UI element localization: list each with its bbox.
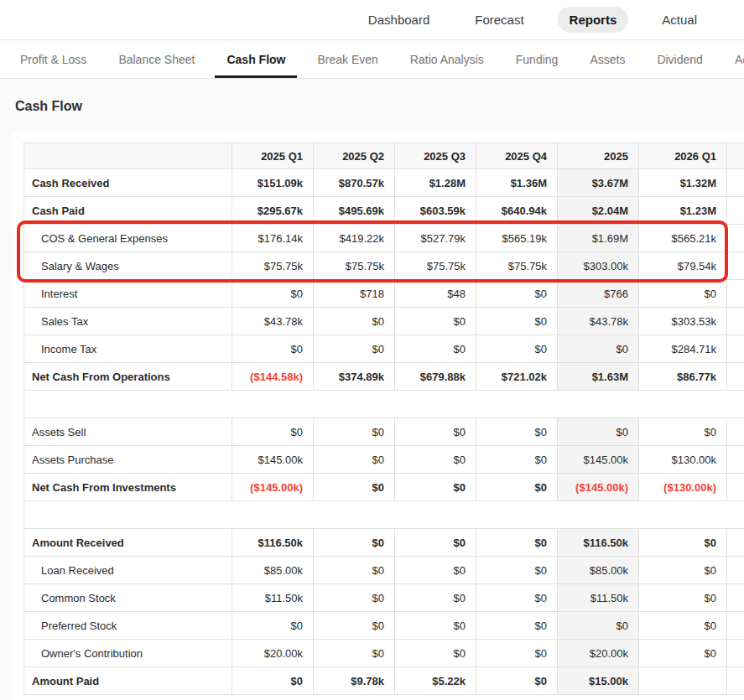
cashflow-table: 2025 Q12025 Q22025 Q32025 Q420252026 Q1 …: [23, 143, 744, 695]
cell-value: $0: [395, 418, 476, 446]
cell-value: $116.50k: [232, 529, 314, 557]
nav-item-dashboard[interactable]: Dashboard: [356, 7, 441, 33]
cell-value: $176.14k: [232, 225, 314, 252]
cell-value: $20.00k: [232, 640, 314, 667]
cell-empty: [727, 335, 744, 363]
cell-value: $0: [395, 640, 476, 667]
cell-value: $0: [314, 529, 395, 557]
table-row-cash-paid: Cash Paid$295.67k$495.69k$603.59k$640.94…: [24, 197, 744, 225]
cell-value: $870.57k: [314, 169, 395, 197]
cell-empty: [727, 557, 744, 584]
cell-value: $0: [314, 335, 395, 363]
tab-balance-sheet[interactable]: Balance Sheet: [118, 40, 195, 78]
column-header-2025-q2: 2025 Q2: [314, 143, 395, 169]
cell-value: $679.88k: [395, 363, 476, 391]
cell-value: $5.22k: [395, 667, 476, 695]
cell-value: $0: [476, 308, 558, 335]
cell-value: $0: [476, 584, 558, 612]
cell-value: $0: [558, 335, 639, 363]
cell-value: $0: [395, 557, 476, 584]
column-header-2025-q3: 2025 Q3: [395, 143, 476, 169]
cell-value: $0: [476, 640, 558, 667]
cell-empty: [727, 584, 744, 612]
cell-empty: [727, 308, 744, 335]
cell-value: ($144.58k): [232, 363, 314, 391]
cell-value: $640.94k: [476, 197, 558, 225]
row-label: Assets Sell: [24, 418, 232, 446]
nav-item-reports[interactable]: Reports: [558, 7, 629, 33]
cell-value: ($145.00k): [558, 474, 639, 501]
column-header-2025-q4: 2025 Q4: [476, 143, 558, 169]
tab-ratio-analysis[interactable]: Ratio Analysis: [410, 40, 484, 78]
cell-empty: [727, 667, 744, 695]
row-label: Cash Received: [24, 169, 232, 197]
table-row-net-cash-from-investments: Net Cash From Investments($145.00k)$0$0$…: [24, 474, 744, 501]
page-title: Cash Flow: [15, 99, 744, 114]
tab-profit-loss[interactable]: Profit & Loss: [20, 40, 86, 78]
tab-assets[interactable]: Assets: [590, 40, 625, 78]
cell-value: $565.21k: [639, 225, 727, 252]
column-header-empty: [727, 143, 744, 169]
cell-value: $0: [395, 612, 476, 640]
cell-empty: [727, 529, 744, 557]
table-row-loan-received: Loan Received$85.00k$0$0$0$85.00k$0: [24, 557, 744, 584]
tab-dividend[interactable]: Dividend: [657, 40, 702, 78]
tab-funding[interactable]: Funding: [516, 40, 559, 78]
cell-value: $2.04M: [558, 197, 639, 225]
cell-empty: [727, 363, 744, 391]
page-content: Cash Flow 2025 Q12025 Q22025 Q32025 Q420…: [0, 79, 744, 700]
cell-empty: [727, 197, 744, 225]
table-row-assets-purchase: Assets Purchase$145.00k$0$0$0$145.00k$13…: [24, 446, 744, 474]
row-label: Income Tax: [24, 335, 232, 363]
cell-value: $75.75k: [314, 252, 395, 280]
cell-value: $0: [395, 474, 476, 501]
cell-value: $0: [476, 529, 558, 557]
cell-value: $145.00k: [232, 446, 314, 474]
cell-value: $43.78k: [232, 308, 314, 335]
cell-value: $303.53k: [639, 308, 727, 335]
cell-value: $0: [395, 335, 476, 363]
cell-value: $20.00k: [558, 640, 639, 667]
cell-value: $43.78k: [558, 308, 639, 335]
cell-value: $151.09k: [232, 169, 314, 197]
cell-value: $11.50k: [232, 584, 314, 612]
header-row: 2025 Q12025 Q22025 Q32025 Q420252026 Q1: [24, 143, 744, 169]
row-label: Interest: [24, 280, 232, 308]
cell-value: $303.00k: [558, 252, 639, 280]
column-header-empty: [24, 143, 232, 169]
tab-ac[interactable]: Ac: [735, 40, 744, 78]
spacer-row: [24, 391, 744, 418]
tab-break-even[interactable]: Break Even: [317, 40, 377, 78]
table-row-assets-sell: Assets Sell$0$0$0$0$0$0: [24, 418, 744, 446]
table-row-salary-wages: Salary & Wages$75.75k$75.75k$75.75k$75.7…: [24, 252, 744, 280]
nav-item-actual[interactable]: Actual: [650, 7, 709, 33]
nav-item-forecast[interactable]: Forecast: [463, 7, 535, 33]
cell-value: $1.23M: [639, 197, 727, 225]
tab-cash-flow[interactable]: Cash Flow: [226, 40, 285, 78]
cell-value: $79.54k: [639, 252, 727, 280]
row-label: Amount Paid: [24, 667, 232, 695]
spacer-cell: [24, 501, 744, 529]
cell-empty: [727, 169, 744, 197]
cell-value: $0: [476, 557, 558, 584]
table-row-preferred-stock: Preferred Stock$0$0$0$0$0$0: [24, 612, 744, 640]
table-row-cash-received: Cash Received$151.09k$870.57k$1.28M$1.36…: [24, 169, 744, 197]
cell-value: $0: [314, 418, 395, 446]
column-header-2025: 2025: [558, 143, 639, 169]
cell-value: $0: [476, 474, 558, 501]
cell-value: ($145.00k): [232, 474, 314, 501]
cell-value: $0: [232, 418, 314, 446]
cell-value: [639, 667, 727, 695]
cell-empty: [727, 474, 744, 501]
row-label: Sales Tax: [24, 308, 232, 335]
row-label: Cash Paid: [24, 197, 232, 225]
spacer-cell: [24, 391, 744, 418]
cell-value: $1.28M: [395, 169, 476, 197]
row-label: Common Stock: [24, 584, 232, 612]
cell-value: $284.71k: [639, 335, 727, 363]
row-label: Salary & Wages: [24, 252, 232, 280]
cell-value: $0: [314, 584, 395, 612]
cell-value: $0: [639, 529, 727, 557]
cell-empty: [727, 640, 744, 667]
cell-value: $419.22k: [314, 225, 395, 252]
